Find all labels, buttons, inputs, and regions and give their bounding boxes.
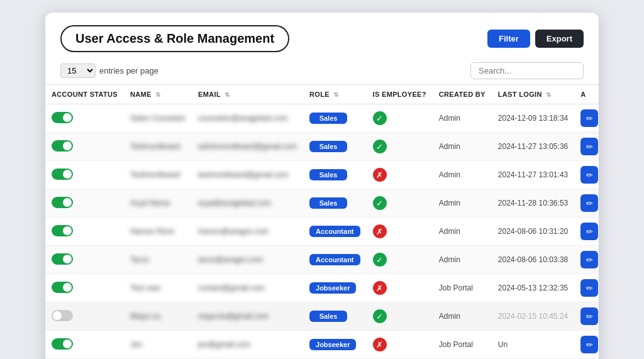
table-row: Testmontboardtestmontboard@gmail.comSale… [45,161,599,189]
cell-created-by: Admin [433,302,492,331]
toolbar: 10 15 25 50 100 entries per page [45,58,599,84]
cell-account-status [45,133,124,161]
cell-is-employee: ✗ [367,331,433,359]
main-card: User Access & Role Management Filter Exp… [45,13,599,359]
cell-created-by: Admin [433,189,492,218]
is-employee-icon: ✓ [373,196,387,210]
user-name: Harsun Rens [130,227,174,236]
edit-button[interactable]: ✏ [580,194,598,212]
account-status-toggle[interactable] [52,310,73,321]
role-badge: Sales [309,141,347,152]
cell-account-status [45,218,124,246]
cell-name: Testmontboard [124,133,192,161]
col-name: NAME ⇅ [124,85,192,104]
filter-button[interactable]: Filter [487,30,530,48]
role-badge: Accountant [309,226,360,237]
edit-button[interactable]: ✏ [580,223,598,240]
cell-name: Test user [124,274,192,302]
edit-button[interactable]: ✏ [580,279,598,297]
user-name: Jen [130,340,142,349]
cell-actions: ✏ [574,218,599,246]
cell-name: Tarun [124,246,192,274]
cell-last-login: 2024-11-27 13:01:43 [492,161,574,189]
account-status-toggle[interactable] [52,253,73,265]
account-status-toggle[interactable] [52,112,73,123]
is-employee-icon: ✓ [373,111,387,125]
edit-button[interactable]: ✏ [580,336,598,353]
role-badge: Sales [309,311,347,322]
cell-is-employee: ✓ [367,189,433,218]
table-header-row: ACCOUNT STATUS NAME ⇅ EMAIL ⇅ ROLE ⇅ IS … [45,85,599,104]
cell-actions: ✏ [574,246,599,274]
is-employee-icon: ✓ [373,140,387,153]
role-badge: Accountant [309,254,360,265]
cell-role: Jobseeker [303,331,367,359]
header-buttons: Filter Export [487,30,584,48]
edit-button[interactable]: ✏ [580,109,598,127]
is-employee-icon: ✓ [373,253,387,267]
edit-button[interactable]: ✏ [580,251,598,268]
col-is-employee: IS EMPLOYEE? [367,85,433,104]
col-email: EMAIL ⇅ [192,85,303,104]
account-status-toggle[interactable] [52,282,73,293]
edit-button[interactable]: ✏ [580,138,598,155]
entries-control: 10 15 25 50 100 entries per page [60,64,158,78]
table-body: Sales Counselorcounselor@anaglobal.comSa… [45,104,599,360]
cell-account-status [45,189,124,218]
cell-role: Sales [303,133,367,161]
entries-per-page-select[interactable]: 10 15 25 50 100 [60,64,96,78]
cell-actions: ✏ [574,189,599,218]
cell-actions: ✏ [574,302,599,331]
account-status-toggle[interactable] [52,225,73,236]
role-badge: Sales [309,197,347,209]
cell-account-status [45,161,124,189]
cell-last-login: 2024-08-06 10:03:38 [492,246,574,274]
cell-actions: ✏ [574,104,599,133]
role-badge: Jobseeker [309,282,356,294]
cell-last-login: Un [492,331,574,359]
cell-name: Sales Counselor [124,104,192,133]
col-created-by: CREATED BY [433,85,492,104]
account-status-toggle[interactable] [52,338,73,350]
cell-created-by: Job Portal [433,331,492,359]
edit-button[interactable]: ✏ [580,166,598,184]
role-badge: Jobseeker [309,339,356,350]
cell-role: Sales [303,104,367,133]
entries-label: entries per page [99,66,158,75]
cell-account-status [45,246,124,274]
edit-button[interactable]: ✏ [580,307,598,325]
table-row: Taruntarun@anagro.comAccountant✓Admin202… [45,246,599,274]
col-actions: A [574,85,599,104]
cell-created-by: Admin [433,133,492,161]
user-name: Test user [130,284,161,292]
col-last-login: LAST LOGIN ⇅ [492,85,574,104]
users-table: ACCOUNT STATUS NAME ⇅ EMAIL ⇅ ROLE ⇅ IS … [45,84,599,359]
table-wrap: ACCOUNT STATUS NAME ⇅ EMAIL ⇅ ROLE ⇅ IS … [45,84,599,359]
cell-name: Jen [124,331,192,359]
table-row: Harsun Rensharsun@anagro.comAccountant✗A… [45,218,599,246]
cell-role: Accountant [303,218,367,246]
cell-email: testmontboard@gmail.com [192,161,303,189]
is-employee-icon: ✗ [373,168,387,182]
cell-created-by: Admin [433,218,492,246]
user-email: harsun@anagro.com [198,227,269,236]
is-employee-icon: ✗ [373,281,387,295]
search-input[interactable] [470,62,584,79]
account-status-toggle[interactable] [52,140,73,152]
cell-email: counselor@anaglobal.com [192,104,303,133]
cell-is-employee: ✗ [367,218,433,246]
role-badge: Sales [309,113,347,124]
user-email: jen@gmail.com [198,340,250,349]
account-status-toggle[interactable] [52,197,73,208]
export-button[interactable]: Export [535,30,584,48]
cell-last-login: 2024-02-15 10:45:24 [492,302,574,331]
cell-created-by: Admin [433,246,492,274]
user-email: maya.liu@gmail.com [198,312,269,321]
cell-is-employee: ✓ [367,302,433,331]
cell-actions: ✏ [574,161,599,189]
page-title: User Access & Role Management [60,25,289,52]
cell-name: Harsun Rens [124,218,192,246]
cell-actions: ✏ [574,331,599,359]
account-status-toggle[interactable] [52,168,73,180]
cell-is-employee: ✓ [367,104,433,133]
